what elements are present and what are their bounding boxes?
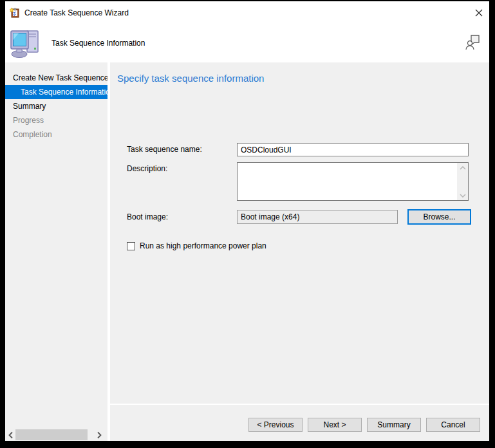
scroll-left-icon (8, 431, 14, 439)
description-field (237, 162, 469, 201)
summary-button[interactable]: Summary (367, 418, 421, 432)
feedback-button[interactable] (465, 33, 481, 50)
feedback-icon (465, 33, 481, 50)
footer-button-row: < Previous Next > Summary Cancel (248, 418, 480, 432)
window-title: Create Task Sequence Wizard (24, 1, 129, 24)
sidebar-item-create-new-task-sequence[interactable]: Create New Task Sequence (5, 71, 107, 85)
description-scrollbar[interactable] (457, 163, 468, 200)
browse-button[interactable]: Browse... (407, 209, 471, 225)
header-title: Task Sequence Information (51, 24, 145, 62)
wizard-body: Create New Task Sequence Task Sequence I… (5, 62, 489, 441)
close-button[interactable] (472, 6, 485, 19)
title-bar: Create Task Sequence Wizard (5, 1, 489, 24)
scroll-left-button[interactable] (6, 429, 15, 440)
desktop-background: Create Task Sequence Wizard T (0, 0, 495, 448)
computer-icon (10, 28, 42, 60)
sidebar-item-summary[interactable]: Summary (5, 99, 107, 113)
next-button[interactable]: Next > (308, 418, 362, 432)
boot-image-label: Boot image: (127, 210, 168, 224)
task-sequence-name-input[interactable] (237, 143, 469, 156)
scroll-thumb[interactable] (15, 429, 88, 440)
wizard-header: Task Sequence Information (5, 24, 489, 62)
sidebar-item-task-sequence-information[interactable]: Task Sequence Information (5, 85, 107, 99)
cancel-button[interactable]: Cancel (426, 418, 480, 432)
power-plan-checkbox[interactable] (127, 242, 135, 250)
sidebar-item-completion: Completion (5, 127, 107, 142)
description-textarea[interactable] (238, 163, 457, 200)
task-sequence-wizard-icon (10, 8, 20, 18)
boot-image-field: Boot image (x64) (237, 210, 398, 224)
sidebar-item-progress: Progress (5, 113, 107, 127)
scroll-down-button[interactable] (457, 191, 468, 200)
sidebar-horizontal-scrollbar[interactable] (6, 429, 106, 440)
description-label: Description: (127, 164, 167, 173)
power-plan-label: Run as high performance power plan (140, 241, 266, 250)
scroll-up-button[interactable] (457, 163, 468, 173)
previous-button[interactable]: < Previous (248, 418, 303, 432)
close-icon (475, 9, 483, 17)
task-sequence-name-label: Task sequence name: (127, 143, 202, 156)
wizard-content: Specify task sequence information Task s… (110, 62, 489, 441)
wizard-window: Create Task Sequence Wizard T (5, 1, 489, 441)
page-title: Specify task sequence information (117, 73, 264, 84)
scroll-down-icon (460, 194, 466, 198)
footer-separator (110, 404, 489, 405)
scroll-right-icon (97, 431, 102, 439)
scroll-right-button[interactable] (95, 429, 104, 440)
wizard-sidebar: Create New Task Sequence Task Sequence I… (5, 62, 107, 441)
scroll-up-icon (460, 166, 466, 170)
